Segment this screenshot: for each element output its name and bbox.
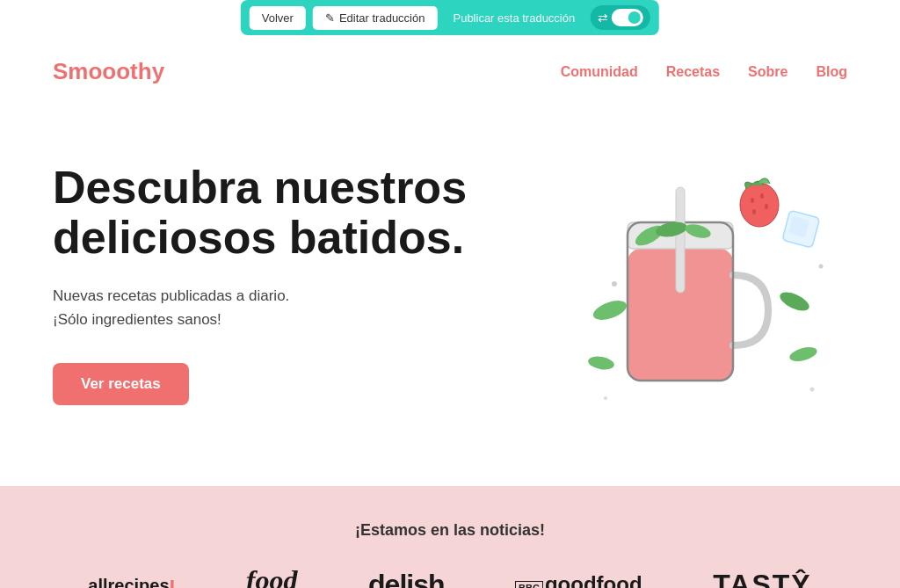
svg-point-21 <box>604 396 607 400</box>
svg-point-16 <box>777 288 811 315</box>
svg-point-10 <box>760 193 764 199</box>
translation-bar: Volver ✎ Editar traducción Publicar esta… <box>241 0 659 35</box>
svg-point-15 <box>591 297 629 324</box>
news-title: ¡Estamos en las noticias! <box>53 521 847 540</box>
hero-content: Descubra nuestros deliciosos batidos. Nu… <box>53 163 475 406</box>
cta-button[interactable]: Ver recetas <box>53 363 189 405</box>
logo[interactable]: Smooothy <box>53 58 164 85</box>
svg-rect-3 <box>676 187 685 293</box>
smoothie-svg <box>513 134 847 433</box>
hero-subtitle: Nuevas recetas publicadas a diario.¡Sólo… <box>53 284 475 331</box>
translation-toggle[interactable]: ⇄ <box>591 5 650 30</box>
header: Smooothy Comunidad Recetas Sobre Blog <box>0 44 900 99</box>
publish-translation-button[interactable]: Publicar esta traducción <box>444 6 584 30</box>
back-button[interactable]: Volver <box>250 6 306 30</box>
nav-recetas[interactable]: Recetas <box>666 64 720 80</box>
main-nav: Comunidad Recetas Sobre Blog <box>561 64 847 80</box>
toggle-switch[interactable] <box>612 9 643 26</box>
nav-comunidad[interactable]: Comunidad <box>561 64 638 80</box>
svg-point-12 <box>752 209 756 214</box>
svg-point-19 <box>612 281 617 287</box>
svg-point-18 <box>788 345 819 364</box>
bbc-goodfood-logo: BBCgoodfood <box>515 572 642 588</box>
svg-point-17 <box>587 355 615 372</box>
hero-title: Descubra nuestros deliciosos batidos. <box>53 163 475 263</box>
svg-point-9 <box>751 198 754 203</box>
svg-point-22 <box>810 388 815 392</box>
svg-point-11 <box>765 204 768 209</box>
tasty-logo: TASTŶ <box>713 569 812 589</box>
news-logos: allrecipesı foodnetwork delish BBCgoodfo… <box>53 566 847 588</box>
delish-logo: delish <box>368 569 444 589</box>
arrows-icon: ⇄ <box>598 11 608 25</box>
hero-section: Descubra nuestros deliciosos batidos. Nu… <box>0 99 900 486</box>
food-network-logo: foodnetwork <box>246 566 298 588</box>
edit-translation-button[interactable]: ✎ Editar traducción <box>313 6 438 30</box>
nav-blog[interactable]: Blog <box>816 64 847 80</box>
hero-illustration <box>513 134 847 433</box>
news-section: ¡Estamos en las noticias! allrecipesı fo… <box>0 486 900 588</box>
nav-sobre[interactable]: Sobre <box>748 64 788 80</box>
allrecipes-logo: allrecipesı <box>88 572 175 588</box>
edit-icon: ✎ <box>325 11 335 25</box>
svg-point-20 <box>819 265 824 269</box>
